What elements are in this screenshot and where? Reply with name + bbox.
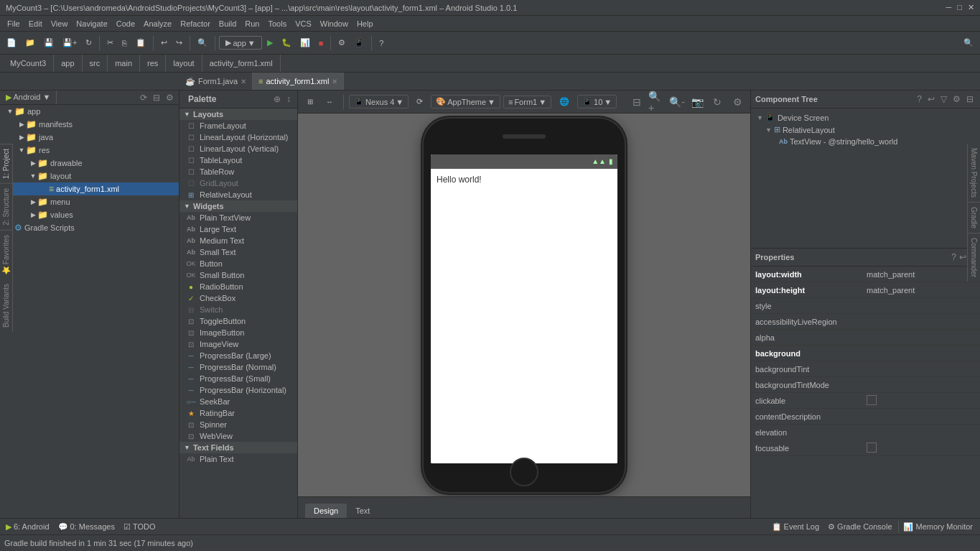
palette-item-progressbar-small[interactable]: ─ ProgressBar (Small) — [179, 373, 297, 384]
palette-item-medium-text[interactable]: Ab Medium Text — [179, 235, 297, 246]
new-btn[interactable]: 📄 — [3, 36, 20, 50]
refresh-canvas-btn[interactable]: ↻ — [709, 93, 726, 111]
tree-item-gradle-scripts[interactable]: ▶ ⚙ Gradle Scripts — [0, 221, 179, 234]
breadcrumb-res[interactable]: res — [140, 55, 166, 72]
panel-sync-btn[interactable]: ⟳ — [138, 92, 149, 103]
comp-tree-settings-btn[interactable]: ⚙ — [951, 93, 963, 105]
search-everywhere-btn[interactable]: 🔍 — [960, 36, 977, 50]
tree-item-drawable[interactable]: ▶ 📁 drawable — [0, 157, 179, 170]
prop-row-layout-width[interactable]: layout:width match_parent — [751, 267, 980, 282]
palette-section-textfields[interactable]: ▼ Text Fields — [179, 442, 297, 453]
prop-row-alpha[interactable]: alpha — [751, 330, 980, 346]
palette-item-checkbox[interactable]: ✓ CheckBox — [179, 292, 297, 304]
zoom-to-fit-btn[interactable]: ⊞ — [302, 96, 318, 108]
palette-section-widgets[interactable]: ▼ Widgets — [179, 200, 297, 212]
open-btn[interactable]: 📁 — [22, 36, 39, 50]
tree-item-app[interactable]: ▼ 📁 app — [0, 105, 179, 118]
breadcrumb-activity-form1[interactable]: activity_form1.xml — [202, 55, 281, 72]
comp-tree-close-btn[interactable]: ⊟ — [964, 93, 976, 105]
palette-item-togglebutton[interactable]: ⊡ ToggleButton — [179, 315, 297, 327]
gradle-console-btn[interactable]: ⚙ Gradle Console — [825, 521, 895, 533]
tree-item-java[interactable]: ▶ 📁 java — [0, 131, 179, 144]
palette-item-relativelayout[interactable]: ⊞ RelativeLayout — [179, 189, 297, 200]
screenshot-btn[interactable]: 📷 — [689, 93, 706, 111]
menu-item-refactor[interactable]: Refactor — [176, 18, 215, 29]
palette-item-linearlayout-v[interactable]: ☐ LinearLayout (Vertical) — [179, 143, 297, 154]
breadcrumb-app[interactable]: app — [54, 55, 82, 72]
run-with-coverage-btn[interactable]: 📊 — [297, 36, 314, 50]
close-btn[interactable]: ✕ — [968, 3, 974, 12]
todo-panel-btn[interactable]: ☑ TODO — [121, 521, 159, 533]
paste-btn[interactable]: 📋 — [132, 36, 149, 50]
palette-add-btn[interactable]: ⊕ — [271, 93, 283, 105]
menu-item-view[interactable]: View — [47, 18, 73, 29]
menu-item-analyze[interactable]: Analyze — [139, 18, 176, 29]
find-btn[interactable]: 🔍 — [194, 36, 211, 50]
project-side-tab[interactable]: 1: Project — [0, 144, 12, 183]
prop-row-elevation[interactable]: elevation — [751, 425, 980, 440]
palette-item-switch[interactable]: ⊟ Switch — [179, 304, 297, 315]
run-config-dropdown[interactable]: ▶ app ▼ — [219, 36, 261, 50]
comp-tree-help-btn[interactable]: ? — [915, 93, 924, 105]
palette-item-small-button[interactable]: OK Small Button — [179, 269, 297, 281]
palette-item-ratingbar[interactable]: ★ RatingBar — [179, 407, 297, 419]
breadcrumb-src[interactable]: src — [83, 55, 108, 72]
favorites-side-tab[interactable]: ⭐ Favorites — [0, 230, 12, 279]
menu-item-code[interactable]: Code — [112, 18, 139, 29]
panel-settings-btn[interactable]: ⚙ — [164, 92, 176, 103]
tab-activity-form1-xml[interactable]: ≡ activity_form1.xml ✕ — [253, 73, 344, 90]
palette-item-spinner[interactable]: ⊡ Spinner — [179, 419, 297, 430]
palette-section-layouts[interactable]: ▼ Layouts — [179, 108, 297, 120]
breadcrumb-mycount3[interactable]: MyCount3 — [3, 55, 54, 72]
palette-item-large-text[interactable]: Ab Large Text — [179, 223, 297, 235]
panel-collapse-btn[interactable]: ⊟ — [151, 92, 162, 103]
palette-item-progressbar-large[interactable]: ─ ProgressBar (Large) — [179, 350, 297, 361]
prop-row-background[interactable]: background — [751, 346, 980, 361]
theme-dropdown[interactable]: 🎨 AppTheme ▼ — [431, 95, 500, 108]
comp-tree-relativelayout[interactable]: ▼ ⊞ RelativeLayout — [754, 124, 977, 136]
palette-item-tablelayout[interactable]: ☐ TableLayout — [179, 154, 297, 166]
prop-row-layout-height[interactable]: layout:height match_parent — [751, 282, 980, 298]
palette-item-gridlayout[interactable]: ☐ GridLayout — [179, 177, 297, 189]
toggle-nav-bar-btn[interactable]: ⊟ — [628, 93, 645, 111]
palette-sort-btn[interactable]: ↕ — [284, 93, 293, 105]
maven-side-tab[interactable]: Maven Projects — [968, 144, 980, 203]
android-panel-btn[interactable]: ▶ 6: Android — [3, 521, 52, 533]
tab-activity-form1-xml-close[interactable]: ✕ — [332, 78, 337, 85]
tree-item-manifests[interactable]: ▶ 📁 manifests — [0, 118, 179, 131]
tree-item-values[interactable]: ▶ 📁 values — [0, 208, 179, 221]
maximize-btn[interactable]: □ — [957, 3, 962, 12]
tree-item-menu[interactable]: ▶ 📁 menu — [0, 195, 179, 208]
avd-manager-btn[interactable]: 📱 — [350, 36, 368, 50]
text-tab[interactable]: Text — [347, 504, 378, 518]
pan-btn[interactable]: ↔ — [321, 96, 338, 108]
palette-item-linearlayout-h[interactable]: ☐ LinearLayout (Horizontal) — [179, 131, 297, 143]
memory-monitor-btn[interactable]: 📊 Memory Monitor — [898, 521, 977, 533]
comp-tree-undo-btn[interactable]: ↩ — [925, 93, 937, 105]
prop-row-style[interactable]: style — [751, 298, 980, 314]
menu-item-vcs[interactable]: VCS — [291, 18, 316, 29]
palette-item-progressbar-normal[interactable]: ─ ProgressBar (Normal) — [179, 361, 297, 373]
run-btn[interactable]: ▶ — [263, 36, 276, 50]
help-btn[interactable]: ? — [375, 37, 387, 50]
zoom-in-btn[interactable]: 🔍+ — [648, 93, 666, 111]
prop-undo-btn[interactable]: ↩ — [959, 252, 966, 262]
prop-row-focusable[interactable]: focusable — [751, 440, 980, 456]
orientation-btn[interactable]: ⟳ — [411, 95, 428, 108]
prop-help-btn[interactable]: ? — [951, 252, 956, 262]
stop-btn[interactable]: ■ — [315, 37, 327, 50]
tree-item-res[interactable]: ▼ 📁 res — [0, 144, 179, 157]
breadcrumb-main[interactable]: main — [108, 55, 140, 72]
cut-btn[interactable]: ✂ — [103, 36, 117, 50]
comp-tree-textview[interactable]: Ab TextView - @string/hello_world — [754, 136, 977, 147]
structure-side-tab[interactable]: 2: Structure — [0, 183, 12, 230]
palette-item-plain-textview[interactable]: Ab Plain TextView — [179, 212, 297, 223]
palette-item-seekbar[interactable]: ○─ SeekBar — [179, 396, 297, 407]
prop-row-backgroundtintmode[interactable]: backgroundTintMode — [751, 377, 980, 393]
prop-row-backgroundtint[interactable]: backgroundTint — [751, 361, 980, 377]
commander-side-tab[interactable]: Commander — [968, 233, 980, 282]
tree-item-layout[interactable]: ▼ 📁 layout — [0, 170, 179, 182]
palette-item-webview[interactable]: ⊡ WebView — [179, 430, 297, 442]
gradle-side-tab[interactable]: Gradle — [968, 203, 980, 233]
palette-item-button[interactable]: OK Button — [179, 258, 297, 269]
